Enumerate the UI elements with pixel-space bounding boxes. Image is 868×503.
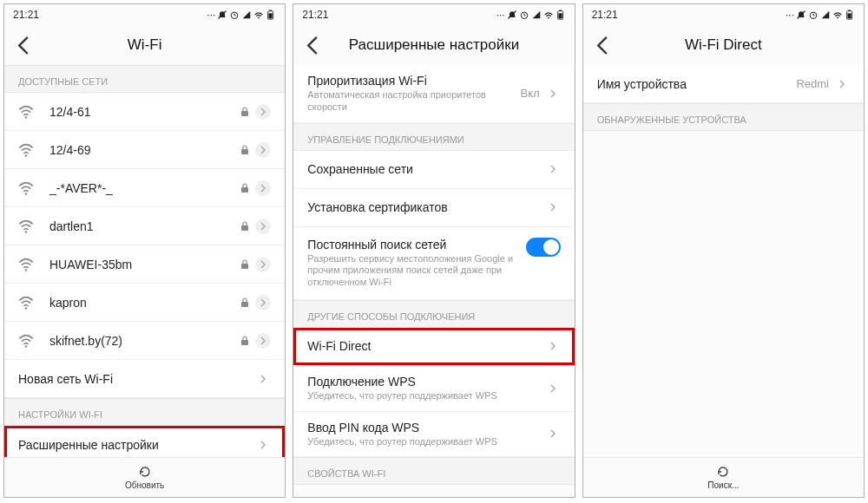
section-connections: УПРАВЛЕНИЕ ПОДКЛЮЧЕНИЯМИ xyxy=(293,123,574,151)
new-network-row[interactable]: Новая сеть Wi-Fi xyxy=(4,360,285,398)
advanced-settings-row[interactable]: Расширенные настройки xyxy=(4,426,285,457)
wps-row[interactable]: Подключение WPS Убедитесь, что роутер по… xyxy=(293,366,574,412)
chevron-icon xyxy=(255,437,271,453)
signal-icon xyxy=(531,10,542,20)
lock-icon xyxy=(240,145,250,155)
chevron-icon xyxy=(545,161,561,177)
wps-pin-sub: Убедитесь, что роутер поддерживает WPS xyxy=(307,436,544,448)
chevron-icon xyxy=(545,381,561,396)
title-bar: Wi-Fi Direct xyxy=(583,25,864,65)
scan-always-row[interactable]: Постоянный поиск сетей Разрешить сервису… xyxy=(293,227,574,300)
footer-refresh[interactable]: Обновить xyxy=(4,457,285,497)
saved-label: Сохраненные сети xyxy=(307,162,544,176)
lock-icon xyxy=(240,183,250,193)
bell-off-icon xyxy=(507,10,517,20)
footer-search[interactable]: Поиск... xyxy=(583,457,864,497)
back-button[interactable] xyxy=(592,35,613,56)
footer-label: Обновить xyxy=(125,480,164,490)
device-label: Имя устройства xyxy=(597,77,797,91)
chevron-icon xyxy=(255,180,271,196)
wifi-direct-label: Wi-Fi Direct xyxy=(307,339,544,353)
lock-icon xyxy=(240,107,250,117)
chevron-icon xyxy=(255,257,271,272)
network-ssid: _-*AVER*-_ xyxy=(49,181,240,195)
section-found: ОБНАРУЖЕННЫЕ УСТРОЙСТВА xyxy=(583,103,864,131)
section-networks: ДОСТУПНЫЕ СЕТИ xyxy=(4,65,285,93)
wifi-status-icon xyxy=(253,10,264,20)
status-icons: ··· xyxy=(786,9,855,21)
chevron-icon xyxy=(255,295,271,310)
network-ssid: 12/4-61 xyxy=(49,105,240,119)
saved-networks-row[interactable]: Сохраненные сети xyxy=(293,151,574,189)
scan-label: Постоянный поиск сетей xyxy=(307,238,525,252)
wifi-direct-row[interactable]: Wi-Fi Direct xyxy=(293,328,574,366)
network-ssid: kapron xyxy=(49,296,240,310)
status-bar: 21:21 ··· xyxy=(4,4,285,25)
content: Имя устройства Redmi ОБНАРУЖЕННЫЕ УСТРОЙ… xyxy=(583,65,864,457)
status-time: 21:21 xyxy=(302,9,328,21)
status-icons: ··· xyxy=(496,9,566,21)
new-network-label: Новая сеть Wi-Fi xyxy=(18,372,255,386)
wifi-icon xyxy=(18,142,37,158)
device-name-row[interactable]: Имя устройства Redmi xyxy=(583,65,864,103)
wps-sub: Убедитесь, что роутер поддерживает WPS xyxy=(307,390,544,402)
wifi-icon xyxy=(18,257,37,272)
network-row[interactable]: _-*AVER*-_ xyxy=(4,169,285,207)
title-bar: Wi-Fi xyxy=(4,25,285,65)
chevron-icon xyxy=(545,426,561,441)
screen-advanced: 21:21 ··· Расширенные настройки Приорити… xyxy=(293,3,575,498)
lock-icon xyxy=(240,336,250,346)
back-icon xyxy=(592,33,613,58)
certs-row[interactable]: Установка сертификатов xyxy=(293,189,574,227)
refresh-icon xyxy=(138,465,152,479)
screen-wifi-direct: 21:21 ··· Wi-Fi Direct Имя устройства Re… xyxy=(582,3,865,498)
priority-value: Вкл xyxy=(521,87,540,100)
wps-pin-row[interactable]: Ввод PIN кода WPS Убедитесь, что роутер … xyxy=(293,412,574,458)
priority-label: Приоритизация Wi-Fi xyxy=(307,74,520,88)
status-bar: 21:21 ··· xyxy=(293,4,574,25)
device-value: Redmi xyxy=(796,77,829,90)
battery-icon xyxy=(556,10,566,20)
refresh-icon xyxy=(716,465,730,479)
chevron-icon xyxy=(545,199,561,215)
back-button[interactable] xyxy=(13,35,34,56)
status-time: 21:21 xyxy=(13,9,39,21)
network-row[interactable]: HUAWEI-35bm xyxy=(4,245,285,284)
network-ssid: 12/4-69 xyxy=(49,143,240,157)
section-props: СВОЙСТВА WI-FI xyxy=(293,457,574,485)
scan-toggle[interactable] xyxy=(526,238,561,257)
chevron-icon xyxy=(255,333,271,349)
bell-off-icon xyxy=(796,10,806,20)
wifi-status-icon xyxy=(543,10,554,20)
back-icon xyxy=(13,33,34,58)
screen-wifi: 21:21 ··· Wi-Fi ДОСТУПНЫЕ СЕТИ 12/4-61 1… xyxy=(3,3,286,498)
alarm-icon xyxy=(808,10,819,20)
title-bar: Расширенные настройки xyxy=(293,25,574,65)
chevron-icon xyxy=(255,219,271,234)
network-ssid: skifnet.by(72) xyxy=(49,334,240,348)
advanced-label: Расширенные настройки xyxy=(18,438,255,452)
network-row[interactable]: 12/4-69 xyxy=(4,131,285,169)
network-row[interactable]: dartlen1 xyxy=(4,207,285,245)
priority-row[interactable]: Приоритизация Wi-Fi Автоматическая настр… xyxy=(293,65,574,123)
back-button[interactable] xyxy=(302,35,323,56)
network-row[interactable]: kapron xyxy=(4,284,285,322)
section-other: ДРУГИЕ СПОСОБЫ ПОДКЛЮЧЕНИЯ xyxy=(293,300,574,328)
scan-sub: Разрешить сервису местоположения Google … xyxy=(307,253,525,289)
network-row[interactable]: skifnet.by(72) xyxy=(4,322,285,360)
page-title: Wi-Fi xyxy=(4,36,285,54)
content: ДОСТУПНЫЕ СЕТИ 12/4-61 12/4-69 _-*AVER*-… xyxy=(4,65,285,457)
lock-icon xyxy=(240,221,250,232)
chevron-icon xyxy=(255,371,271,387)
signal-icon xyxy=(241,10,252,20)
battery-icon xyxy=(845,10,855,20)
chevron-icon xyxy=(834,76,850,92)
chevron-icon xyxy=(545,338,561,354)
wifi-status-icon xyxy=(832,10,843,20)
footer-label: Поиск... xyxy=(707,480,739,490)
network-ssid: HUAWEI-35bm xyxy=(49,258,240,271)
alarm-icon xyxy=(519,10,529,20)
status-icons: ··· xyxy=(207,9,276,21)
network-row[interactable]: 12/4-61 xyxy=(4,93,285,131)
wps-label: Подключение WPS xyxy=(307,375,544,389)
